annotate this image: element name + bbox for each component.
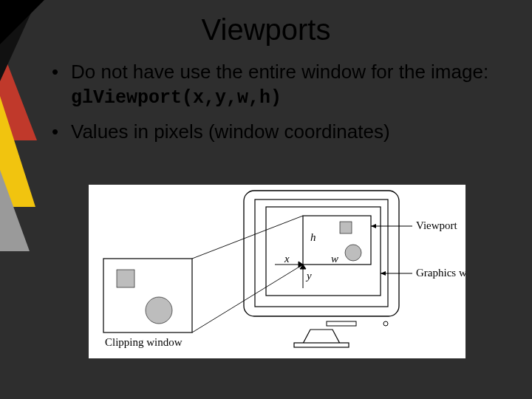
- label-x: x: [284, 253, 290, 265]
- viewport-shape-square: [340, 222, 352, 233]
- label-h: h: [310, 231, 316, 243]
- bullet-item: Do not have use the entire window for th…: [52, 60, 502, 109]
- bullet-text: Do not have use the entire window for th…: [71, 61, 488, 83]
- svg-rect-3: [327, 321, 356, 326]
- clipping-window-label: Clipping window: [105, 336, 183, 348]
- clip-shape-circle: [146, 297, 172, 324]
- viewport-shape-circle: [345, 245, 361, 261]
- svg-point-2: [383, 321, 388, 326]
- label-w: w: [331, 253, 338, 265]
- bullet-list: Do not have use the entire window for th…: [52, 60, 502, 143]
- slide-title: Viewports: [0, 13, 532, 47]
- viewport-diagram: Clipping window: [89, 185, 466, 358]
- svg-rect-4: [294, 343, 349, 347]
- label-y: y: [305, 270, 312, 282]
- svg-text:Graphics window: Graphics window: [416, 267, 466, 279]
- svg-text:Viewport: Viewport: [416, 219, 458, 231]
- bullet-text: Values in pixels (window coordinates): [71, 120, 390, 143]
- clip-shape-square: [117, 270, 134, 287]
- slide: Viewports Do not have use the entire win…: [0, 0, 532, 399]
- bullet-code: glViewport(x,y,w,h): [71, 87, 282, 109]
- bullet-item: Values in pixels (window coordinates): [52, 120, 502, 144]
